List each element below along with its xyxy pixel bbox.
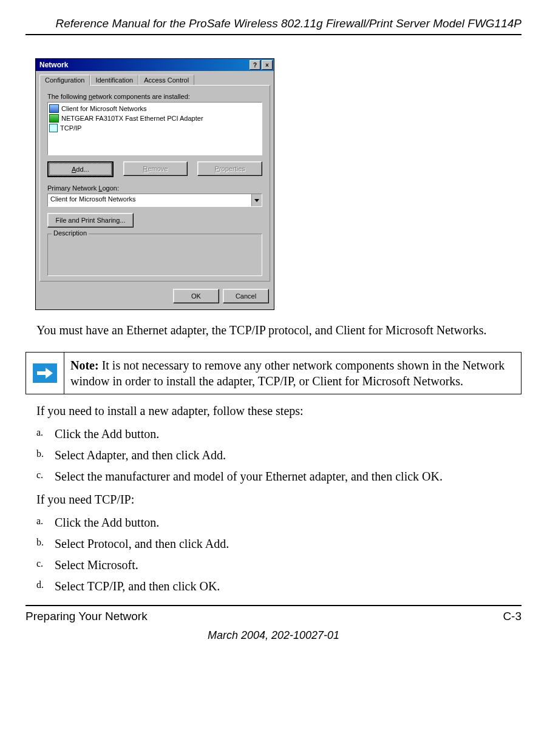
list-item[interactable]: TCP/IP	[49, 123, 260, 133]
logon-value: Client for Microsoft Networks	[48, 194, 251, 206]
step-text: Select Adapter, and then click Add.	[55, 447, 522, 464]
list-item-label: NETGEAR FA310TX Fast Ethernet PCI Adapte…	[61, 115, 203, 122]
note-icon-cell	[26, 353, 64, 394]
chevron-down-icon	[254, 198, 259, 203]
dialog-titlebar: Network ? ×	[36, 59, 274, 71]
step-item: c.Select Microsoft.	[36, 556, 522, 574]
paragraph-need-tcpip: If you need TCP/IP:	[36, 491, 522, 508]
logon-label: Primary Network Logon:	[47, 184, 262, 192]
description-groupbox: Description	[47, 234, 262, 276]
dropdown-button[interactable]	[251, 194, 262, 206]
network-dialog: Network ? × Configuration Identification…	[35, 58, 274, 310]
list-item-label: TCP/IP	[60, 124, 81, 132]
step-item: a.Click the Add button.	[36, 514, 522, 532]
tab-access-control[interactable]: Access Control	[138, 75, 194, 85]
list-item[interactable]: Client for Microsoft Networks	[49, 104, 260, 113]
dialog-title: Network	[39, 61, 68, 69]
footer-date: March 2004, 202-10027-01	[25, 629, 522, 642]
step-text: Select the manufacturer and model of you…	[55, 468, 522, 485]
help-button[interactable]: ?	[250, 60, 260, 70]
adapter-icon	[49, 114, 59, 123]
footer-section: Preparing Your Network	[25, 610, 148, 623]
logon-combobox[interactable]: Client for Microsoft Networks	[47, 194, 262, 207]
client-icon	[49, 104, 59, 113]
paragraph-install-adapter: If you need to install a new adapter, fo…	[36, 403, 522, 419]
components-listbox[interactable]: Client for Microsoft Networks NETGEAR FA…	[47, 102, 262, 155]
step-text: Select TCP/IP, and then click OK.	[55, 578, 522, 595]
running-header: Reference Manual for the ProSafe Wireles…	[25, 17, 522, 30]
protocol-icon	[49, 124, 58, 132]
step-text: Click the Add button.	[55, 425, 522, 443]
footer-page-number: C-3	[503, 610, 522, 623]
step-text: Click the Add button.	[55, 514, 522, 532]
file-print-sharing-button[interactable]: File and Print Sharing...	[47, 213, 134, 228]
cancel-button[interactable]: Cancel	[223, 289, 269, 303]
components-label: The following network components are ins…	[47, 93, 262, 100]
list-item-label: Client for Microsoft Networks	[61, 105, 147, 112]
remove-button[interactable]: Remove	[123, 161, 188, 176]
description-label: Description	[52, 229, 89, 237]
arrow-right-icon	[33, 363, 57, 383]
properties-button[interactable]: Properties	[197, 161, 262, 176]
dialog-tabs: Configuration Identification Access Cont…	[39, 75, 270, 85]
dialog-panel: The following network components are ins…	[39, 85, 270, 282]
step-item: d.Select TCP/IP, and then click OK.	[36, 578, 522, 595]
step-text: Select Protocol, and then click Add.	[55, 535, 522, 553]
step-item: b.Select Adapter, and then click Add.	[36, 447, 522, 464]
step-item: b.Select Protocol, and then click Add.	[36, 535, 522, 553]
paragraph-must-have: You must have an Ethernet adapter, the T…	[36, 322, 522, 339]
add-button[interactable]: Add...	[47, 161, 114, 177]
tab-identification[interactable]: Identification	[90, 75, 138, 85]
list-item[interactable]: NETGEAR FA310TX Fast Ethernet PCI Adapte…	[49, 113, 260, 123]
ok-button[interactable]: OK	[173, 289, 219, 303]
step-item: c.Select the manufacturer and model of y…	[36, 468, 522, 485]
footer-rule	[25, 605, 522, 606]
note-text: Note: It is not necessary to remove any …	[64, 353, 521, 394]
step-item: a.Click the Add button.	[36, 425, 522, 443]
step-text: Select Microsoft.	[55, 556, 522, 574]
footer-row: Preparing Your Network C-3	[25, 610, 522, 623]
note-box: Note: It is not necessary to remove any …	[25, 352, 522, 394]
tab-configuration[interactable]: Configuration	[39, 75, 90, 86]
close-button[interactable]: ×	[262, 60, 273, 70]
header-rule	[25, 34, 522, 35]
